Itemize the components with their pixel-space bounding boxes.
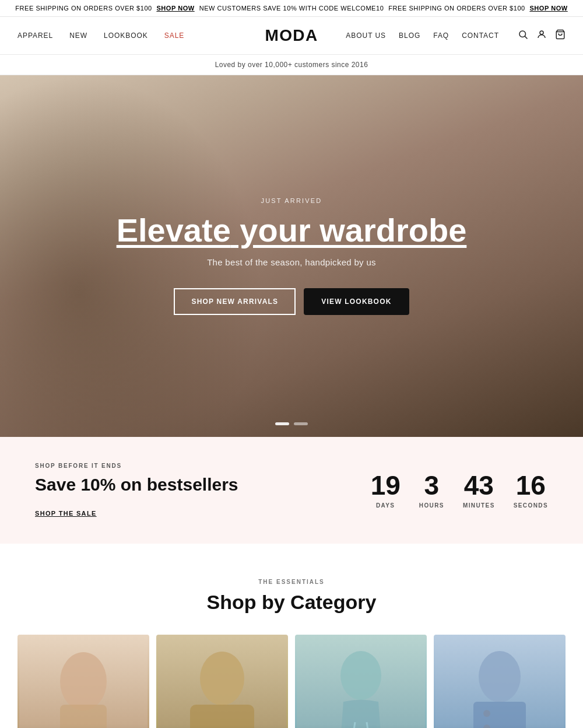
category-overlay-2 — [156, 635, 288, 728]
nav-faq[interactable]: FAQ — [433, 32, 449, 40]
countdown-seconds-number: 16 — [514, 472, 548, 499]
countdown-hours-number: 3 — [419, 472, 444, 499]
nav-icons — [518, 29, 566, 43]
categories-eyebrow: THE ESSENTIALS — [17, 579, 566, 585]
navbar: APPAREL NEW LOOKBOOK SALE MODA ABOUT US … — [0, 17, 583, 55]
countdown-minutes-label: MINUTES — [463, 502, 495, 509]
nav-blog[interactable]: BLOG — [399, 32, 420, 40]
hero-title-underline: Elevate — [117, 212, 231, 249]
category-card-bestselling[interactable]: MOST-WANTED Bestselling Your favorites, … — [434, 635, 566, 728]
site-logo[interactable]: MODA — [265, 26, 318, 45]
countdown-days-label: DAYS — [371, 502, 401, 509]
nav-contact[interactable]: CONTACT — [462, 32, 499, 40]
hero-eyebrow: JUST ARRIVED — [117, 197, 467, 204]
sale-info: SHOP BEFORE IT ENDS Save 10% on bestsell… — [35, 463, 238, 518]
nav-new[interactable]: NEW — [69, 32, 87, 40]
announcement-bar: FREE SHIPPING ON ORDERS OVER $100 SHOP N… — [0, 0, 583, 17]
countdown-days: 19 DAYS — [371, 472, 401, 509]
sale-eyebrow: SHOP BEFORE IT ENDS — [35, 463, 238, 469]
nav-lookbook[interactable]: LOOKBOOK — [104, 32, 148, 40]
nav-right: ABOUT US BLOG FAQ CONTACT — [346, 29, 566, 43]
categories-grid: JUST ADDED New Arrivals Shop the latest … — [17, 635, 566, 728]
category-overlay-1 — [17, 635, 149, 728]
hero-subtitle: The best of the season, handpicked by us — [117, 257, 467, 267]
svg-line-1 — [525, 36, 527, 38]
category-overlay-3 — [295, 635, 427, 728]
tagline-text: Loved by over 10,000+ customers since 20… — [215, 61, 368, 69]
svg-point-0 — [519, 31, 526, 37]
nav-sale[interactable]: SALE — [164, 32, 185, 40]
svg-point-2 — [540, 31, 543, 34]
cart-icon[interactable] — [555, 29, 566, 43]
category-card-fall-winter[interactable]: LAYERS TO LOVE Fall/Winter Stay warm & b… — [156, 635, 288, 728]
hero-content: JUST ARRIVED Elevate your wardrobe The b… — [117, 197, 467, 316]
nav-apparel[interactable]: APPAREL — [17, 32, 53, 40]
shop-the-sale-link[interactable]: SHOP THE SALE — [35, 510, 97, 517]
hero-dot-2[interactable] — [294, 422, 308, 425]
account-icon[interactable] — [536, 29, 547, 43]
hero-buttons: SHOP NEW ARRIVALS VIEW LOOKBOOK — [117, 288, 467, 315]
hero-carousel-dots — [275, 422, 308, 425]
tagline-bar: Loved by over 10,000+ customers since 20… — [0, 55, 583, 75]
hero-title: Elevate your wardrobe — [117, 212, 467, 249]
category-card-dresses[interactable]: SLEEK STYLES Dresses A look for every oc… — [295, 635, 427, 728]
hero-title-rest: your wardrobe — [231, 212, 467, 249]
announcement-right: FREE SHIPPING ON ORDERS OVER $100 SHOP N… — [385, 5, 571, 12]
sale-banner: SHOP BEFORE IT ENDS Save 10% on bestsell… — [0, 437, 583, 544]
countdown-minutes: 43 MINUTES — [463, 472, 495, 509]
nav-about[interactable]: ABOUT US — [346, 32, 386, 40]
category-overlay-4 — [434, 635, 566, 728]
shop-new-arrivals-button[interactable]: SHOP NEW ARRIVALS — [174, 288, 296, 315]
announcement-left: FREE SHIPPING ON ORDERS OVER $100 SHOP N… — [12, 5, 198, 12]
sale-title: Save 10% on bestsellers — [35, 475, 238, 495]
countdown-seconds: 16 SECONDS — [514, 472, 548, 509]
countdown-timer: 19 DAYS 3 HOURS 43 MINUTES 16 SECONDS — [371, 472, 548, 509]
search-icon[interactable] — [518, 29, 528, 43]
countdown-minutes-number: 43 — [463, 472, 495, 499]
nav-left: APPAREL NEW LOOKBOOK SALE — [17, 32, 184, 40]
announcement-center: NEW CUSTOMERS SAVE 10% WITH CODE WELCOME… — [198, 5, 385, 12]
countdown-hours: 3 HOURS — [419, 472, 444, 509]
shop-now-left[interactable]: SHOP NOW — [156, 5, 194, 12]
countdown-days-number: 19 — [371, 472, 401, 499]
category-card-new-arrivals[interactable]: JUST ADDED New Arrivals Shop the latest … — [17, 635, 149, 728]
categories-section: THE ESSENTIALS Shop by Category JUST ADD… — [0, 544, 583, 728]
shop-now-right[interactable]: SHOP NOW — [529, 5, 567, 12]
countdown-hours-label: HOURS — [419, 502, 444, 509]
view-lookbook-button[interactable]: VIEW LOOKBOOK — [304, 288, 409, 315]
countdown-seconds-label: SECONDS — [514, 502, 548, 509]
hero-dot-1[interactable] — [275, 422, 289, 425]
hero-section: JUST ARRIVED Elevate your wardrobe The b… — [0, 75, 583, 437]
categories-title: Shop by Category — [17, 591, 566, 614]
